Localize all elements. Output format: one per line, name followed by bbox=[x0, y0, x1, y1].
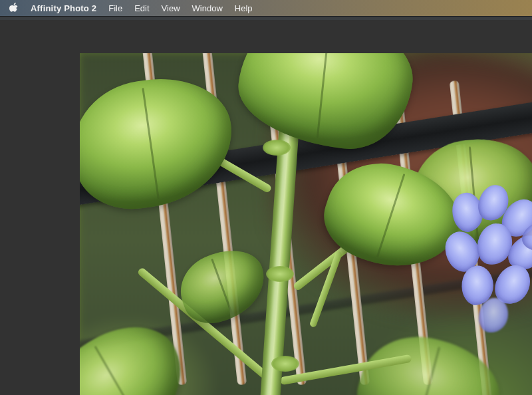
menu-window[interactable]: Window bbox=[192, 3, 223, 13]
stem-node bbox=[266, 266, 294, 282]
flower-cluster bbox=[432, 180, 532, 332]
menu-edit[interactable]: Edit bbox=[134, 3, 149, 13]
macos-menu-bar: Affinity Photo 2 File Edit View Window H… bbox=[0, 0, 532, 16]
menu-file[interactable]: File bbox=[108, 3, 122, 13]
menu-help[interactable]: Help bbox=[235, 3, 253, 13]
app-name[interactable]: Affinity Photo 2 bbox=[31, 3, 96, 13]
stem-node bbox=[271, 356, 299, 372]
menu-view[interactable]: View bbox=[162, 3, 180, 13]
image-canvas[interactable] bbox=[80, 53, 532, 395]
editor-workspace bbox=[0, 20, 532, 395]
stem-node bbox=[263, 140, 291, 156]
apple-logo-icon[interactable] bbox=[9, 3, 19, 13]
